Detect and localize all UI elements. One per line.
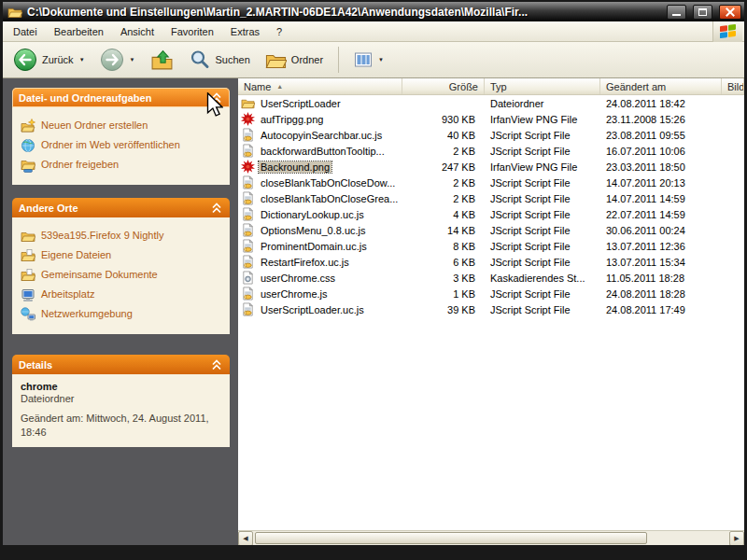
file-type: JScript Script File: [485, 146, 600, 157]
file-row[interactable]: DictionaryLookup.uc.js 4 KB JScript Scri…: [238, 206, 744, 222]
file-row[interactable]: OptionsMenu_0.8.uc.js 14 KB JScript Scri…: [238, 222, 744, 238]
horizontal-scrollbar[interactable]: ◀ ▶: [238, 530, 744, 545]
sidebar-item[interactable]: Neuen Ordner erstellen: [21, 119, 221, 133]
jscript-icon: [241, 287, 255, 301]
file-row[interactable]: ProminentDomain.uc.js 8 KB JScript Scrip…: [238, 238, 744, 254]
scroll-right-button[interactable]: ▶: [729, 531, 744, 546]
file-name[interactable]: aufTripgg.png: [259, 114, 325, 125]
section-header-file-tasks[interactable]: Datei- und Ordneraufgaben: [12, 88, 230, 107]
sidebar-item[interactable]: Eigene Dateien: [21, 248, 221, 263]
file-size: 930 KB: [402, 114, 485, 125]
file-modified: 11.05.2011 18:28: [600, 273, 722, 284]
menu-bearbeiten[interactable]: Bearbeiten: [46, 23, 112, 40]
file-name[interactable]: backforwardButtonTooltip...: [259, 146, 387, 157]
network-icon: [21, 307, 35, 322]
back-dropdown-icon[interactable]: ▼: [79, 57, 85, 63]
toolbar-separator: [338, 47, 339, 73]
file-name[interactable]: UserScriptLoader: [259, 98, 343, 109]
folders-button[interactable]: Ordner: [262, 48, 326, 73]
css-icon: [241, 271, 255, 285]
file-name[interactable]: UserScriptLoader.uc.js: [259, 304, 366, 315]
window-title: C:\Dokumente und Einstellungen\Martin_2.…: [27, 6, 660, 19]
explorer-window: C:\Dokumente und Einstellungen\Martin_2.…: [0, 0, 747, 560]
collapse-chevron-icon: [210, 92, 223, 104]
toolbar: Zurück ▼ ▼ Suchen Ordner: [3, 42, 744, 78]
file-row[interactable]: backforwardButtonTooltip... 2 KB JScript…: [238, 143, 744, 159]
file-row[interactable]: AutocopyinSearchbar.uc.js 40 KB JScript …: [238, 127, 744, 143]
task-pane: Datei- und Ordneraufgaben Neuen Ordner e…: [3, 78, 238, 545]
file-name[interactable]: userChrome.js: [259, 288, 330, 300]
file-type: JScript Script File: [485, 257, 600, 268]
details-folder-type: Dateiordner: [21, 393, 221, 404]
file-name[interactable]: AutocopyinSearchbar.uc.js: [259, 130, 384, 141]
views-button[interactable]: ▼: [351, 49, 387, 71]
scroll-left-button[interactable]: ◀: [238, 531, 253, 546]
minimize-button[interactable]: [667, 5, 686, 20]
jscript-icon: [241, 302, 255, 316]
menu-favoriten[interactable]: Favoriten: [162, 23, 222, 40]
menu-extras[interactable]: Extras: [222, 23, 268, 40]
file-modified: 23.08.2011 09:55: [600, 130, 722, 141]
close-button[interactable]: [719, 5, 741, 20]
jscript-icon: [241, 223, 255, 237]
file-modified: 24.08.2011 18:42: [600, 98, 722, 109]
file-row[interactable]: UserScriptLoader.uc.js 39 KB JScript Scr…: [238, 301, 744, 317]
file-row[interactable]: RestartFirefox.uc.js 6 KB JScript Script…: [238, 254, 744, 270]
forward-dropdown-icon[interactable]: ▼: [130, 57, 135, 63]
maximize-button[interactable]: [693, 5, 712, 20]
column-header-type[interactable]: Typ: [485, 78, 600, 94]
file-row[interactable]: userChrome.css 3 KB Kaskadierendes St...…: [238, 270, 744, 286]
search-button[interactable]: Suchen: [186, 47, 253, 73]
scrollbar-thumb[interactable]: [255, 532, 647, 544]
column-header-size[interactable]: Größe: [402, 78, 485, 94]
file-type: IrfanView PNG File: [485, 114, 600, 125]
forward-button[interactable]: ▼: [97, 46, 138, 74]
sidebar-item[interactable]: Ordner im Web veröffentlichen: [21, 138, 221, 153]
section-header-details[interactable]: Details: [12, 355, 230, 374]
menu-ansicht[interactable]: Ansicht: [112, 23, 162, 40]
file-row[interactable]: closeBlankTabOnCloseDow... 2 KB JScript …: [238, 175, 744, 190]
up-button[interactable]: [148, 47, 176, 74]
file-name[interactable]: OptionsMenu_0.8.uc.js: [259, 225, 368, 236]
up-folder-icon: [150, 49, 174, 72]
sidebar-item[interactable]: 539ea195.Firefox 9 Nightly: [21, 229, 221, 244]
folder-icon: [21, 229, 35, 244]
file-name[interactable]: ProminentDomain.uc.js: [259, 241, 369, 252]
column-header-name[interactable]: Name ▲: [238, 78, 402, 94]
file-type: Dateiordner: [485, 98, 600, 109]
file-name[interactable]: Backround.png: [259, 161, 331, 173]
folder-new-icon: [21, 119, 35, 133]
back-button[interactable]: Zurück ▼: [10, 46, 88, 74]
menu-datei[interactable]: Datei: [5, 23, 46, 40]
file-modified: 24.08.2011 18:28: [600, 288, 722, 300]
file-modified: 14.07.2011 14:59: [600, 193, 722, 204]
sidebar-item[interactable]: Arbeitsplatz: [21, 287, 221, 302]
file-row[interactable]: UserScriptLoader Dateiordner 24.08.2011 …: [238, 95, 744, 111]
details-folder-name: chrome: [21, 381, 221, 392]
section-header-other-places[interactable]: Andere Orte: [12, 198, 230, 217]
sidebar-item[interactable]: Gemeinsame Dokumente: [21, 268, 221, 283]
file-modified: 23.11.2008 15:26: [600, 114, 722, 125]
search-icon: [189, 49, 211, 71]
sidebar-item[interactable]: Ordner freigeben: [21, 158, 221, 173]
column-header-bild[interactable]: Bild: [722, 78, 744, 94]
file-name[interactable]: userChrome.css: [259, 273, 337, 284]
search-label: Suchen: [216, 54, 250, 65]
file-size: 6 KB: [402, 257, 485, 268]
file-name[interactable]: closeBlankTabOnCloseGrea...: [259, 193, 400, 204]
sidebar-section-file-tasks: Datei- und Ordneraufgaben Neuen Ordner e…: [12, 88, 230, 185]
file-row[interactable]: closeBlankTabOnCloseGrea... 2 KB JScript…: [238, 190, 744, 206]
file-row[interactable]: userChrome.js 1 KB JScript Script File 2…: [238, 286, 744, 301]
column-header-modified[interactable]: Geändert am: [600, 78, 722, 94]
sidebar-item[interactable]: Netzwerkumgebung: [21, 307, 221, 322]
menu-hilfe[interactable]: ?: [268, 23, 290, 40]
file-modified: 23.03.2011 18:50: [600, 161, 722, 173]
views-dropdown-icon[interactable]: ▼: [378, 57, 384, 63]
file-size: 3 KB: [402, 273, 485, 284]
file-row[interactable]: aufTripgg.png 930 KB IrfanView PNG File …: [238, 111, 744, 127]
file-name[interactable]: RestartFirefox.uc.js: [259, 257, 351, 268]
file-name[interactable]: DictionaryLookup.uc.js: [259, 209, 366, 220]
file-name[interactable]: closeBlankTabOnCloseDow...: [259, 177, 397, 189]
file-row[interactable]: Backround.png 247 KB IrfanView PNG File …: [238, 159, 744, 175]
file-type: JScript Script File: [485, 177, 600, 189]
